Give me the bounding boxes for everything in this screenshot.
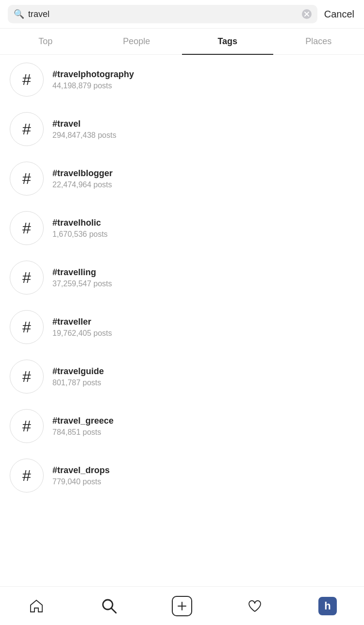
tag-icon-circle: # [10, 261, 44, 295]
tag-count: 779,040 posts [52, 477, 110, 486]
clear-icon [302, 9, 312, 19]
create-icon [172, 596, 192, 616]
tag-icon-circle: # [10, 409, 44, 443]
tag-count: 294,847,438 posts [52, 131, 116, 140]
tag-name: #traveller [52, 317, 112, 327]
search-icon: 🔍 [14, 9, 24, 19]
tag-info: #travel 294,847,438 posts [52, 119, 116, 140]
hash-symbol: # [22, 72, 31, 87]
hash-symbol: # [22, 171, 31, 186]
nav-profile[interactable]: h [313, 592, 342, 621]
tag-item[interactable]: # #travelling 37,259,547 posts [0, 253, 364, 302]
tag-info: #travelholic 1,670,536 posts [52, 218, 108, 239]
hash-symbol: # [22, 270, 31, 285]
tag-name: #travel_greece [52, 416, 114, 426]
tag-icon-circle: # [10, 310, 44, 344]
tab-tags[interactable]: Tags [182, 29, 273, 54]
hash-symbol: # [22, 319, 31, 335]
tag-icon-circle: # [10, 63, 44, 97]
tag-name: #travelguide [52, 366, 104, 377]
hash-symbol: # [22, 121, 31, 137]
tag-item[interactable]: # #travel_greece 784,851 posts [0, 401, 364, 451]
tag-count: 784,851 posts [52, 428, 114, 437]
tag-item[interactable]: # #traveller 19,762,405 posts [0, 302, 364, 352]
tag-name: #travelphotography [52, 69, 134, 80]
tag-count: 1,670,536 posts [52, 230, 108, 239]
tag-icon-circle: # [10, 211, 44, 245]
tag-name: #travelblogger [52, 168, 113, 179]
tab-places[interactable]: Places [273, 29, 364, 54]
tag-count: 44,198,879 posts [52, 82, 134, 90]
tag-icon-circle: # [10, 360, 44, 394]
tag-name: #travelholic [52, 218, 108, 228]
tag-name: #travelling [52, 267, 112, 278]
svg-line-4 [112, 608, 116, 613]
clear-button[interactable] [302, 9, 312, 19]
tag-count: 22,474,964 posts [52, 181, 113, 189]
nav-create[interactable] [167, 592, 197, 621]
tag-icon-circle: # [10, 112, 44, 146]
tab-top[interactable]: Top [0, 29, 91, 54]
tag-info: #travel_drops 779,040 posts [52, 465, 110, 486]
tag-count: 19,762,405 posts [52, 329, 112, 338]
tab-people[interactable]: People [91, 29, 182, 54]
nav-search[interactable] [95, 592, 124, 621]
tag-item[interactable]: # #travelguide 801,787 posts [0, 352, 364, 401]
hash-symbol: # [22, 468, 31, 483]
tag-info: #travelguide 801,787 posts [52, 366, 104, 387]
tag-count: 801,787 posts [52, 378, 104, 387]
tag-count: 37,259,547 posts [52, 280, 112, 288]
tag-info: #travel_greece 784,851 posts [52, 416, 114, 437]
profile-badge: h [318, 597, 337, 615]
tag-item[interactable]: # #travelholic 1,670,536 posts [0, 203, 364, 253]
tag-info: #travelphotography 44,198,879 posts [52, 69, 134, 90]
tag-name: #travel_drops [52, 465, 110, 476]
tag-item[interactable]: # #travelphotography 44,198,879 posts [0, 55, 364, 104]
search-input[interactable] [28, 9, 298, 19]
nav-home[interactable] [22, 592, 51, 621]
search-bar: 🔍 Cancel [0, 0, 364, 29]
tag-list: # #travelphotography 44,198,879 posts # … [0, 55, 364, 500]
tag-item[interactable]: # #travel 294,847,438 posts [0, 104, 364, 154]
hash-symbol: # [22, 418, 31, 434]
hash-symbol: # [22, 220, 31, 236]
tag-info: #travelling 37,259,547 posts [52, 267, 112, 288]
tag-item[interactable]: # #travelblogger 22,474,964 posts [0, 154, 364, 203]
search-input-wrapper: 🔍 [8, 5, 317, 23]
search-nav-icon [101, 598, 117, 614]
bottom-nav: h [0, 586, 364, 625]
tag-icon-circle: # [10, 459, 44, 493]
home-icon [29, 599, 44, 613]
cancel-button[interactable]: Cancel [322, 9, 356, 20]
tabs: Top People Tags Places [0, 29, 364, 55]
hash-symbol: # [22, 369, 31, 384]
tag-info: #traveller 19,762,405 posts [52, 317, 112, 338]
tag-name: #travel [52, 119, 116, 129]
nav-activity[interactable] [240, 592, 269, 621]
tag-info: #travelblogger 22,474,964 posts [52, 168, 113, 189]
heart-icon [248, 599, 262, 613]
tag-item[interactable]: # #travel_drops 779,040 posts [0, 451, 364, 500]
tag-icon-circle: # [10, 162, 44, 196]
